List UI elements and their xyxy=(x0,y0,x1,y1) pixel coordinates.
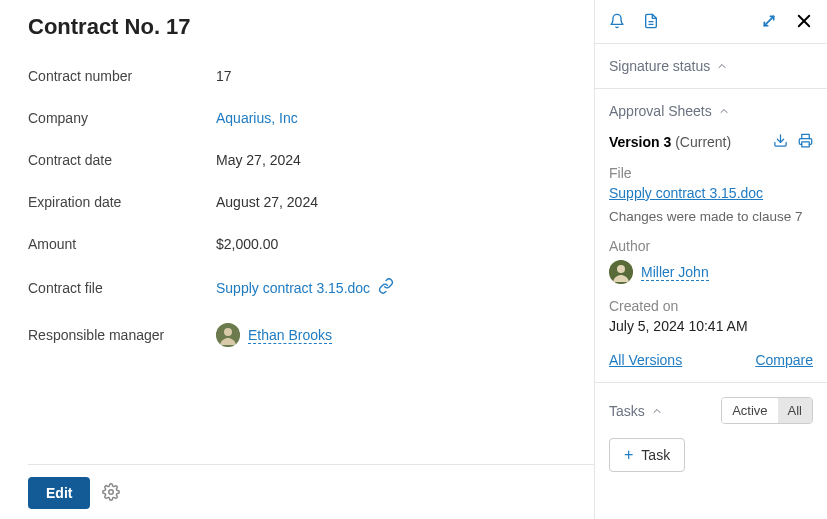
author-label: Author xyxy=(609,238,813,254)
label-contract-file: Contract file xyxy=(28,280,216,296)
value-amount: $2,000.00 xyxy=(216,236,278,252)
svg-rect-9 xyxy=(802,142,810,147)
all-versions-link[interactable]: All Versions xyxy=(609,352,682,368)
author-link[interactable]: Miller John xyxy=(641,264,709,281)
signature-status-toggle[interactable]: Signature status xyxy=(609,58,813,74)
approval-sheets-title: Approval Sheets xyxy=(609,103,712,119)
author-row: Miller John xyxy=(609,260,813,284)
close-icon xyxy=(795,12,813,33)
label-company: Company xyxy=(28,110,216,126)
chevron-up-icon xyxy=(716,60,728,72)
avatar xyxy=(609,260,633,284)
chevron-up-icon xyxy=(651,405,663,417)
compare-link[interactable]: Compare xyxy=(755,352,813,368)
change-note: Changes were made to clause 7 xyxy=(609,209,813,224)
row-amount: Amount $2,000.00 xyxy=(28,236,594,252)
gear-icon xyxy=(102,483,120,504)
version-number: Version 3 xyxy=(609,134,671,150)
print-button[interactable] xyxy=(798,133,813,151)
add-task-label: Task xyxy=(641,447,670,463)
page-title: Contract No. 17 xyxy=(28,14,594,40)
approval-sheets-section: Approval Sheets Version 3 (Current) xyxy=(595,88,827,382)
expand-icon xyxy=(761,13,777,32)
tasks-filter-toggle: Active All xyxy=(721,397,813,424)
svg-point-2 xyxy=(109,489,114,494)
download-button[interactable] xyxy=(773,133,788,151)
row-company: Company Aquarius, Inc xyxy=(28,110,594,126)
bell-button[interactable] xyxy=(609,13,625,32)
responsible-manager-link[interactable]: Ethan Brooks xyxy=(248,327,332,344)
download-icon xyxy=(773,133,788,151)
label-contract-number: Contract number xyxy=(28,68,216,84)
tasks-filter-all[interactable]: All xyxy=(778,398,812,423)
row-contract-date: Contract date May 27, 2024 xyxy=(28,152,594,168)
side-panel: Signature status Approval Sheets Version… xyxy=(595,0,827,519)
footer-bar: Edit xyxy=(28,464,594,519)
add-task-button[interactable]: + Task xyxy=(609,438,685,472)
row-contract-number: Contract number 17 xyxy=(28,68,594,84)
row-expiration-date: Expiration date August 27, 2024 xyxy=(28,194,594,210)
version-current: (Current) xyxy=(675,134,731,150)
value-company-link[interactable]: Aquarius, Inc xyxy=(216,110,298,126)
row-contract-file: Contract file Supply contract 3.15.doc xyxy=(28,278,594,297)
settings-button[interactable] xyxy=(102,483,120,504)
svg-point-1 xyxy=(224,328,232,336)
link-icon[interactable] xyxy=(378,278,394,297)
value-contract-file-link[interactable]: Supply contract 3.15.doc xyxy=(216,280,370,296)
document-button[interactable] xyxy=(643,13,659,32)
svg-line-5 xyxy=(764,16,773,25)
value-contract-date: May 27, 2024 xyxy=(216,152,301,168)
label-responsible-manager: Responsible manager xyxy=(28,327,216,343)
tasks-section: Tasks Active All + Task xyxy=(595,382,827,486)
value-contract-number: 17 xyxy=(216,68,232,84)
avatar xyxy=(216,323,240,347)
tasks-title: Tasks xyxy=(609,403,645,419)
version-line: Version 3 (Current) xyxy=(609,133,813,151)
print-icon xyxy=(798,133,813,151)
created-on-value: July 5, 2024 10:41 AM xyxy=(609,318,813,334)
side-toolbar xyxy=(595,12,827,43)
label-expiration-date: Expiration date xyxy=(28,194,216,210)
edit-button[interactable]: Edit xyxy=(28,477,90,509)
close-button[interactable] xyxy=(795,12,813,33)
approval-file-link[interactable]: Supply contract 3.15.doc xyxy=(609,185,763,201)
approval-sheets-toggle[interactable]: Approval Sheets xyxy=(609,103,813,119)
label-amount: Amount xyxy=(28,236,216,252)
svg-point-11 xyxy=(617,265,625,273)
created-on-label: Created on xyxy=(609,298,813,314)
label-contract-date: Contract date xyxy=(28,152,216,168)
details-list: Contract number 17 Company Aquarius, Inc… xyxy=(28,68,594,464)
chevron-up-icon xyxy=(718,105,730,117)
value-expiration-date: August 27, 2024 xyxy=(216,194,318,210)
tasks-toggle[interactable]: Tasks xyxy=(609,403,663,419)
document-icon xyxy=(643,13,659,32)
version-text: Version 3 (Current) xyxy=(609,134,731,150)
bell-icon xyxy=(609,13,625,32)
row-responsible-manager: Responsible manager Ethan Brooks xyxy=(28,323,594,347)
plus-icon: + xyxy=(624,446,633,464)
expand-button[interactable] xyxy=(761,13,777,32)
signature-status-title: Signature status xyxy=(609,58,710,74)
tasks-filter-active[interactable]: Active xyxy=(722,398,777,423)
file-label: File xyxy=(609,165,813,181)
signature-status-section: Signature status xyxy=(595,43,827,88)
